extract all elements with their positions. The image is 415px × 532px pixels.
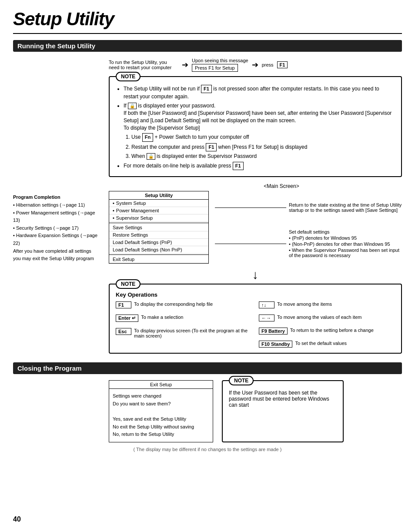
key-op-f9: F9 Battery To return to the setting befo… [259,328,395,335]
f1-key-2: F1 [206,143,217,151]
key-ops-title: Key Operations [116,291,395,298]
note-box-2: NOTE Key Operations F1 To display the co… [109,284,402,354]
note-label-1: NOTE [116,72,141,81]
esc-op-key: Esc [116,328,131,335]
prog-item-5: After you have completed all settings yo… [13,248,94,261]
press-label: press [262,62,274,67]
closing-note-box: NOTE If the User Password has been set t… [222,380,344,442]
page-number: 40 [13,515,21,523]
exit-line-3: Yes, save and exit the Setup Utility [113,415,209,423]
prog-item-2: • Power Management settings (→page 13) [13,210,95,223]
note-item-2: If 🔒 is displayed enter your password. I… [124,102,395,160]
line-desc-nonpnp: • (Non-PnP) denotes for other than Windo… [289,241,402,247]
screen-box-inner: Setup Utility •System Setup •Power Manag… [109,191,209,264]
f1-ref: F1 [201,85,212,93]
footer-note: ( The display may be different if no cha… [13,447,402,452]
running-section: Running the Setup Utility To run the Set… [13,40,402,354]
program-completion: Program Completion • Hibernation setting… [13,191,100,262]
note-item-3: For more details on-line help is availab… [124,162,395,170]
line-desc-supervisor: • When the Supervisor Password has been … [289,248,402,258]
screen-lines-area: Return to the state existing at the time… [215,191,402,264]
enter-op-desc: To make a selection [141,315,183,320]
screen-supervisor: •Supervisor Setup [109,214,208,222]
exit-content: Settings were changed Do you want to sav… [109,389,213,442]
fn-key: Fn [142,133,153,141]
key-op-f10: F10 Standby To set the default values [259,341,395,348]
arrows-op-desc: To move among the items [277,301,332,307]
f10-op-key: F10 Standby [259,341,292,348]
line-desc-1: Return to the state existing at the time… [289,202,402,213]
main-screen-label: <Main Screen> [161,183,402,189]
step-1: Use Fn + Power Switch to turn your compu… [131,133,395,141]
key-op-f1: F1 To display the corresponding help fil… [116,301,252,308]
f9-op-desc: To return to the setting before a change [290,328,374,333]
exit-line-1: Settings were changed [113,392,209,400]
page-title: Setup Utility [13,9,402,30]
esc-op-desc: To display previous screen (To exit the … [134,328,252,338]
exit-line-4: No exit the Setup Utility without saving [113,423,209,431]
screen-exit: Exit Setup [109,256,208,263]
line-row-2: Set default settings • (PnP) denotes for… [215,229,402,258]
restart-flow: To run the Setup Utility, you need to re… [109,58,402,72]
f9-op-key: F9 Battery [259,328,288,335]
key-op-arrows: ↑↓ To move among the items [259,301,395,308]
note-box-1: NOTE The Setup Utility will not be run i… [109,76,402,177]
running-header: Running the Setup Utility [13,40,402,52]
screen-system-setup: •System Setup [109,200,208,207]
enter-op-key: Enter ↵ [116,315,138,322]
prog-item-1: • Hibernation settings (→page 11) [13,202,85,207]
screen-load-nonpnp: Load Default Settings (Non PnP) [109,246,208,254]
prog-completion-title: Program Completion [13,194,60,200]
key-op-esc: Esc To display previous screen (To exit … [116,328,252,338]
f1-key-3: F1 [233,162,244,170]
key-ops-left: F1 To display the corresponding help fil… [116,301,252,348]
note-list: The Setup Utility will not be run if F1 … [116,85,395,170]
upon-seeing: Upon seeing this message [192,58,248,63]
f10-op-desc: To set the default values [295,341,347,346]
exit-line-2: Do you want to save them? [113,400,209,408]
main-screen-area: Setup Utility •System Setup •Power Manag… [109,191,402,264]
exit-line-5: No, return to the Setup Utility [113,431,209,438]
f1-op-desc: To display the corresponding help file [134,301,213,307]
lr-op-key: ←→ [259,315,274,321]
key-ops-grid: F1 To display the corresponding help fil… [116,301,395,348]
key-op-enter: Enter ↵ To make a selection [116,315,252,322]
press-f1-message: Press F1 for Setup [192,64,238,72]
screen-save: Save Settings [109,224,208,231]
line-row-1: Return to the state existing at the time… [215,202,402,213]
closing-note-text: If the User Password has been set the pa… [229,390,337,408]
line-desc-2: Set default settings [289,229,402,234]
arrow-down-icon: ↓ [109,268,402,282]
line-desc-pnp: • (PnP) denotes for Windows 95 [289,235,402,241]
screen-load-pnp: Load Default Settings (PnP) [109,239,208,246]
restart-text: To run the Setup Utility, you need to re… [109,60,178,70]
arrow-icon: ➔ [182,60,188,70]
main-screen-area-wrapper: Program Completion • Hibernation setting… [13,191,402,264]
exit-title: Exit Setup [109,381,213,389]
prog-item-4: • Hardware Expansion Settings (→page 22) [13,233,97,246]
screen-box: Setup Utility •System Setup •Power Manag… [109,191,209,264]
arrow2-icon: ➔ [252,60,258,70]
lock-icon: 🔒 [128,103,137,109]
prog-item-3: • Security Settings (→page 17) [13,225,79,231]
closing-content: Exit Setup Settings were changed Do you … [109,380,402,442]
f1-key: F1 [277,61,288,68]
exit-setup-box: Exit Setup Settings were changed Do you … [109,380,213,442]
steps-list: Use Fn + Power Switch to turn your compu… [124,133,395,160]
step-3: When 🔒 is displayed enter the Supervisor… [131,153,395,160]
screen-restore: Restore Settings [109,231,208,239]
closing-note-label: NOTE [229,376,254,385]
lr-op-desc: To move among the values of each item [277,315,361,320]
screen-title: Setup Utility [109,191,208,200]
note-label-2: NOTE [116,279,141,289]
key-op-lr: ←→ To move among the values of each item [259,315,395,321]
lock-icon-2: 🔒 [147,153,155,160]
closing-header: Closing the Program [13,362,402,374]
arrows-op-key: ↑↓ [259,301,274,308]
step-2: Restart the computer and press F1 when [… [131,143,395,151]
screen-power-mgmt: •Power Management [109,207,208,214]
note-item-1: The Setup Utility will not be run if F1 … [124,85,395,100]
f1-op-key: F1 [116,301,131,308]
closing-section: Closing the Program Exit Setup Settings … [13,362,402,452]
key-ops-right: ↑↓ To move among the items ←→ To move am… [259,301,395,348]
